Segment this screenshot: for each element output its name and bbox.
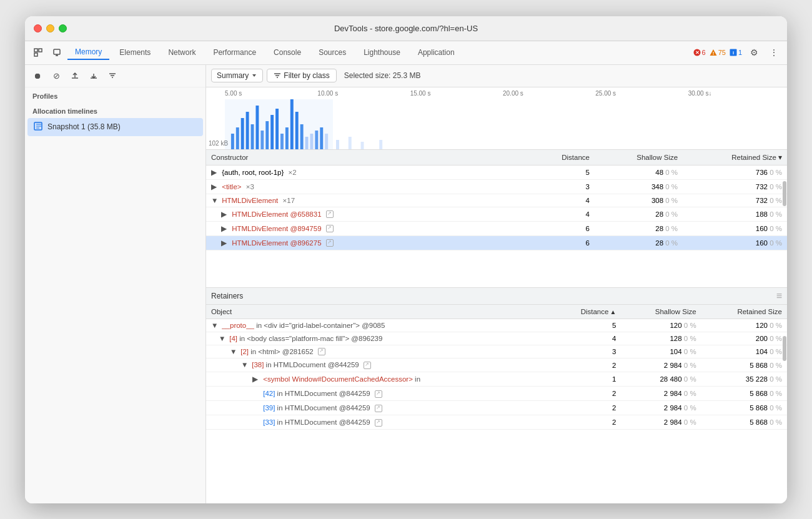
scrollbar-thumb[interactable] bbox=[783, 181, 786, 206]
constructor-scrollbar[interactable] bbox=[782, 150, 787, 287]
svg-text:i: i bbox=[733, 50, 734, 56]
expand-arrow[interactable]: ▼ bbox=[241, 361, 250, 368]
summary-dropdown[interactable]: Summary bbox=[211, 69, 263, 82]
retained-val: 5 868 0 % bbox=[701, 387, 787, 401]
retainers-scrollbar[interactable] bbox=[782, 305, 787, 503]
table-row[interactable]: ▶ <title> ×3 3 348 0 % 732 0 % bbox=[206, 179, 787, 194]
filter-sidebar-button[interactable] bbox=[105, 68, 120, 83]
device-icon[interactable] bbox=[49, 44, 65, 61]
expand-arrow[interactable]: ▼ bbox=[211, 322, 220, 329]
table-row[interactable]: ▶ HTMLDivElement @658831 4 28 0 % 188 0 … bbox=[206, 207, 787, 221]
upload-button[interactable] bbox=[67, 68, 82, 83]
tab-application[interactable]: Application bbox=[410, 46, 462, 59]
object-name: [4] bbox=[229, 335, 237, 342]
expand-arrow[interactable]: ▼ bbox=[211, 197, 220, 204]
inspect-icon[interactable] bbox=[30, 44, 46, 61]
expand-arrow[interactable]: ▶ bbox=[211, 182, 220, 191]
expand-arrow[interactable]: ▶ bbox=[252, 375, 261, 383]
close-button[interactable] bbox=[34, 24, 42, 32]
expand-arrow[interactable]: ▶ bbox=[211, 168, 220, 177]
filter-by-class-button[interactable]: Filter by class bbox=[267, 69, 336, 82]
object-name: [38] bbox=[252, 361, 264, 368]
object-context: in <body class="platform-mac fill"> @896… bbox=[239, 335, 382, 342]
node-link-icon[interactable] bbox=[318, 348, 325, 355]
table-row-selected[interactable]: ▶ HTMLDivElement @896275 6 28 0 % 160 0 … bbox=[206, 235, 787, 250]
col-retained-r[interactable]: Retained Size bbox=[701, 305, 787, 319]
node-link-icon[interactable] bbox=[375, 419, 382, 427]
table-row[interactable]: ▼ HTMLDivElement ×17 4 308 0 % 732 0 % bbox=[206, 194, 787, 207]
constructor-name: HTMLDivElement @896275 bbox=[232, 239, 321, 247]
svg-rect-31 bbox=[349, 137, 352, 149]
retained-val: 732 0 % bbox=[683, 194, 787, 207]
table-row[interactable]: ▼ [4] in <body class="platform-mac fill"… bbox=[206, 332, 787, 345]
retained-val: 5 868 0 % bbox=[701, 401, 787, 415]
table-row[interactable]: ▶ [39] in HTMLDocument @844259 2 2 984 0… bbox=[206, 401, 787, 415]
tab-console[interactable]: Console bbox=[266, 46, 309, 59]
tab-performance[interactable]: Performance bbox=[205, 46, 264, 59]
distance-val: 4 bbox=[529, 207, 595, 221]
tab-elements[interactable]: Elements bbox=[112, 46, 158, 59]
table-row[interactable]: ▼ [38] in HTMLDocument @844259 2 2 984 0… bbox=[206, 358, 787, 372]
stop-button[interactable]: ⊘ bbox=[49, 68, 64, 83]
col-constructor[interactable]: Constructor bbox=[206, 150, 529, 166]
col-object[interactable]: Object bbox=[206, 305, 550, 319]
tab-sources[interactable]: Sources bbox=[311, 46, 354, 59]
download-button[interactable] bbox=[86, 68, 101, 83]
expand-arrow[interactable]: ▶ bbox=[221, 239, 230, 247]
node-link-icon[interactable] bbox=[326, 225, 334, 232]
maximize-button[interactable] bbox=[59, 24, 67, 32]
col-distance-r[interactable]: Distance▲ bbox=[550, 305, 621, 319]
tab-lighthouse[interactable]: Lighthouse bbox=[356, 46, 408, 59]
expand-arrow[interactable]: ▼ bbox=[219, 335, 227, 342]
record-button[interactable]: ⏺ bbox=[30, 68, 45, 83]
minimize-button[interactable] bbox=[46, 24, 54, 32]
table-row[interactable]: ▶ [42] in HTMLDocument @844259 2 2 984 0… bbox=[206, 387, 787, 401]
col-shallow-r[interactable]: Shallow Size bbox=[621, 305, 701, 319]
retainers-table: Object Distance▲ Shallow Size Retained S… bbox=[206, 305, 787, 430]
table-row[interactable]: ▶ {auth, root, root-1p} ×2 5 48 0 % 736 … bbox=[206, 165, 787, 179]
retained-val: 732 0 % bbox=[683, 179, 787, 194]
node-link-icon[interactable] bbox=[326, 210, 334, 218]
expand-arrow[interactable]: ▶ bbox=[221, 224, 230, 233]
settings-icon[interactable]: ⚙ bbox=[746, 44, 762, 61]
retained-val: 120 0 % bbox=[701, 319, 787, 332]
table-row[interactable]: ▶ [33] in HTMLDocument @844259 2 2 984 0… bbox=[206, 415, 787, 430]
retainers-menu-icon[interactable]: ≡ bbox=[776, 291, 782, 301]
selected-size-label: Selected size: 25.3 MB bbox=[344, 71, 421, 80]
shallow-val: 104 0 % bbox=[621, 345, 701, 358]
col-distance[interactable]: Distance bbox=[529, 150, 595, 166]
expand-arrow[interactable]: ▼ bbox=[230, 348, 239, 355]
shallow-val: 2 984 0 % bbox=[621, 358, 701, 372]
timeline-chart[interactable]: 5.00 s 10.00 s 15.00 s 20.00 s 25.00 s 3… bbox=[206, 87, 787, 150]
col-shallow[interactable]: Shallow Size bbox=[595, 150, 683, 166]
table-row[interactable]: ▶ <symbol Window#DocumentCachedAccessor>… bbox=[206, 372, 787, 387]
node-link-icon[interactable] bbox=[326, 239, 334, 247]
table-row[interactable]: ▼ __proto__ in <div id="grid-label-conta… bbox=[206, 319, 787, 332]
expand-arrow[interactable]: ▶ bbox=[221, 210, 230, 219]
scrollbar-thumb[interactable] bbox=[783, 336, 786, 361]
distance-val: 3 bbox=[529, 179, 595, 194]
table-row[interactable]: ▶ HTMLDivElement @894759 6 28 0 % 160 0 … bbox=[206, 221, 787, 235]
retainers-table-header: Object Distance▲ Shallow Size Retained S… bbox=[206, 305, 787, 319]
snapshot-label: Snapshot 1 (35.8 MB) bbox=[47, 122, 121, 131]
constructor-name: <title> bbox=[222, 183, 241, 190]
more-icon[interactable]: ⋮ bbox=[766, 44, 782, 61]
toolbar-right: ✕ 6 ! 75 i 1 ⚙ ⋮ bbox=[693, 44, 783, 61]
tab-memory[interactable]: Memory bbox=[67, 45, 109, 60]
count-badge: ×17 bbox=[283, 197, 295, 204]
tick-1: 5.00 s bbox=[225, 90, 317, 97]
node-link-icon[interactable] bbox=[364, 362, 371, 369]
node-link-icon[interactable] bbox=[375, 405, 382, 412]
table-row[interactable]: ▼ [2] in <html> @281652 3 104 0 % 104 0 … bbox=[206, 345, 787, 358]
svg-rect-34 bbox=[225, 99, 333, 149]
svg-rect-2 bbox=[34, 53, 37, 56]
svg-rect-30 bbox=[336, 140, 339, 149]
col-retained[interactable]: Retained Size ▾ bbox=[683, 150, 787, 166]
tab-network[interactable]: Network bbox=[161, 46, 203, 59]
node-link-icon[interactable] bbox=[375, 390, 382, 398]
distance-val: 5 bbox=[529, 165, 595, 179]
count-badge: ×3 bbox=[246, 183, 254, 190]
shallow-val: 308 0 % bbox=[595, 194, 683, 207]
snapshot-item[interactable]: Snapshot 1 (35.8 MB) bbox=[27, 118, 203, 136]
distance-val: 2 bbox=[550, 401, 621, 415]
